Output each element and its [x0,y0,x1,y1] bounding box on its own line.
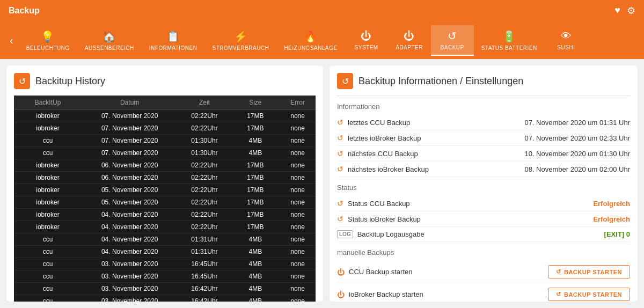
col-header-size: Size [231,96,280,110]
logausgabe-value: [EXIT] 0 [604,230,630,238]
divider-top [337,96,630,96]
iobroker-btn-label: BACKUP STARTEN [564,291,622,298]
top-bar-icons: ♥ ⚙ [614,5,635,17]
nav-bar: ‹ 💡 BELEUCHTUNG 🏠 AUSSENBEREICH 📋 INFORM… [0,21,644,59]
col-header-zeit: Zeit [178,96,231,110]
sidebar-item-system[interactable]: ⏻ SYSTEM [345,26,388,55]
status-iobroker-label: Status ioBroker Backup [348,215,593,223]
status-iobroker-row: ↺ Status ioBroker Backup Erfolgreich [337,211,630,227]
naechstes-ccu-label: nächstes CCU Backup [348,150,524,158]
bulb-icon: 💡 [41,30,55,43]
col-header-error: Error [280,96,316,110]
nav-label-heizungsanlage: HEIZUNGSANLAGE [284,45,337,51]
info-naechstes-ccu: ↺ nächstes CCU Backup 10. November 2020 … [337,146,630,162]
left-panel-title: Backitup History [35,76,105,87]
nav-label-informationen: INFORMATIONEN [149,45,197,51]
ccu-btn-label: BACKUP STARTEN [564,269,622,275]
sidebar-item-backup[interactable]: ↺ BACKUP [431,25,474,56]
nav-label-aussenbereich: AUSSENBEREICH [85,45,134,51]
table-row: ccu03. November 202016:45Uhr4MBnone [14,258,316,270]
table-row: ccu03. November 202016:42Uhr4MBnone [14,283,316,295]
log-icon: LOG [337,230,353,238]
house-icon: 🏠 [103,30,116,43]
iobroker-backup-action-row: ⏻ ioBroker Backup starten ↺ BACKUP START… [337,283,630,302]
table-row: ccu04. November 202001:31Uhr4MBnone [14,233,316,246]
section-manuelle-label: manuelle Backups [337,248,630,256]
letztes-iobroker-value: 07. November 2020 um 02:33 Uhr [524,134,630,142]
ccu-backup-action-row: ⏻ CCU Backup starten ↺ BACKUP STARTEN [337,261,630,283]
backup-icon: ↺ [448,30,457,42]
left-panel: ↺ Backitup History BackItUp Datum Zeit S… [6,65,323,302]
next-ccu-icon: ↺ [337,149,343,158]
logausgabe-row: LOG Backitup Logausgabe [EXIT] 0 [337,227,630,242]
iobroker-btn-icon: ↺ [556,291,561,298]
sidebar-item-status-batterien[interactable]: 🔋 STATUS BATTERIEN [474,26,545,55]
status-ccu-label: Status CCU Backup [348,200,593,208]
right-panel-title: Backitup Informationen / Einstellungen [358,76,523,87]
left-panel-icon: ↺ [14,73,30,89]
info-icon: 📋 [166,30,180,43]
table-row: iobroker07. November 202002:22Uhr17MBnon… [14,122,316,135]
nav-label-sushi: SUSHI [557,45,575,50]
status-iobroker-icon: ↺ [337,215,343,223]
table-row: iobroker05. November 202002:22Uhr17MBnon… [14,196,316,209]
nav-back-button[interactable]: ‹ [4,34,19,47]
table-row: ccu07. November 202001:30Uhr4MBnone [14,147,316,159]
iobroker-start-icon: ⏻ [337,290,345,299]
ccu-btn-icon: ↺ [556,268,561,275]
table-row: iobroker06. November 202002:22Uhr17MBnon… [14,172,316,184]
sidebar-item-sushi[interactable]: 👁 SUSHI [545,26,588,55]
table-row: iobroker06. November 202002:22Uhr17MBnon… [14,159,316,172]
sidebar-item-stromverbrauch[interactable]: ⚡ STROMVERBRAUCH [204,26,276,55]
section-informationen-label: Informationen [337,102,630,111]
sidebar-item-heizungsanlage[interactable]: 🔥 HEIZUNGSANLAGE [276,26,345,55]
naechstes-iobroker-label: nächstes ioBroker Backup [348,165,524,173]
logausgabe-label: Backitup Logausgabe [357,230,604,238]
adapter-power-icon: ⏻ [404,30,415,42]
info-letztes-iobroker: ↺ letztes ioBroker Backup 07. November 2… [337,130,630,146]
naechstes-ccu-value: 10. November 2020 um 01:30 Uhr [524,150,630,158]
iobroker-backup-icon: ↺ [337,134,343,142]
status-ccu-value: Erfolgreich [593,200,630,208]
nav-label-beleuchtung: BELEUCHTUNG [26,45,70,51]
col-header-backitup: BackItUp [14,96,82,110]
info-naechstes-iobroker: ↺ nächstes ioBroker Backup 08. November … [337,162,630,177]
sidebar-item-adapter[interactable]: ⏻ ADAPTER [388,26,431,55]
ccu-start-label: CCU Backup starten [349,268,548,276]
status-ccu-row: ↺ Status CCU Backup Erfolgreich [337,196,630,211]
battery-icon: 🔋 [502,30,516,43]
nav-label-stromverbrauch: STROMVERBRAUCH [212,45,269,51]
table-row: iobroker04. November 202002:22Uhr17MBnon… [14,209,316,221]
sidebar-item-informationen[interactable]: 📋 INFORMATIONEN [142,26,205,55]
table-row: ccu07. November 202001:30Uhr4MBnone [14,135,316,147]
nav-label-backup: BACKUP [441,45,464,50]
backup-history-table: BackItUp Datum Zeit Size Error iobroker0… [14,96,316,302]
table-row: ccu04. November 202001:31Uhr4MBnone [14,246,316,258]
settings-icon[interactable]: ⚙ [627,5,635,17]
iobroker-backup-start-button[interactable]: ↺ BACKUP STARTEN [548,288,630,301]
info-letztes-ccu: ↺ letztes CCU Backup 07. November 2020 u… [337,115,630,130]
letztes-iobroker-label: letztes ioBroker Backup [348,134,524,142]
table-row: iobroker05. November 202002:22Uhr17MBnon… [14,184,316,196]
heizung-icon: 🔥 [304,30,318,43]
table-row: iobroker07. November 202002:22Uhr17MBnon… [14,110,316,122]
system-power-icon: ⏻ [361,30,372,42]
sushi-icon: 👁 [561,30,572,42]
table-row: ccu03. November 202016:42Uhr4MBnone [14,295,316,302]
ccu-backup-start-button[interactable]: ↺ BACKUP STARTEN [548,265,630,278]
letztes-ccu-value: 07. November 2020 um 01:31 Uhr [524,119,630,127]
app-title: Backup [9,6,40,16]
naechstes-iobroker-value: 08. November 2020 um 02:00 Uhr [524,165,630,173]
status-iobroker-value: Erfolgreich [593,215,630,223]
nav-label-adapter: ADAPTER [396,45,423,50]
right-panel: ↺ Backitup Informationen / Einstellungen… [330,65,638,302]
lightning-icon: ⚡ [234,30,248,43]
table-row: iobroker04. November 202002:22Uhr17MBnon… [14,221,316,233]
right-panel-header: ↺ Backitup Informationen / Einstellungen [337,73,630,89]
sidebar-item-aussenbereich[interactable]: 🏠 AUSSENBEREICH [77,26,142,55]
top-bar: Backup ♥ ⚙ [0,0,644,21]
heart-icon[interactable]: ♥ [614,5,620,17]
main-content: ↺ Backitup History BackItUp Datum Zeit S… [0,59,644,308]
nav-label-status-batterien: STATUS BATTERIEN [481,45,537,51]
sidebar-item-beleuchtung[interactable]: 💡 BELEUCHTUNG [19,26,77,55]
